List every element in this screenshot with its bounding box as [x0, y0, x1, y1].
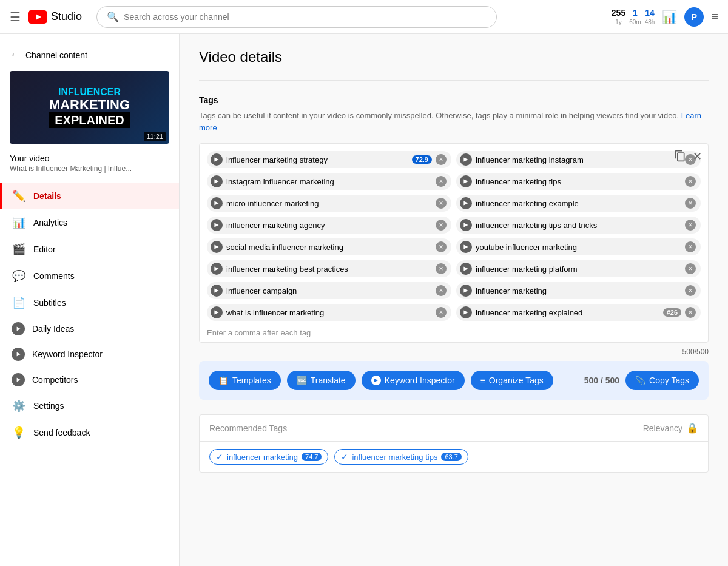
search-bar[interactable]: 🔍	[96, 6, 497, 28]
sidebar-item-details[interactable]: ✏️ Details	[0, 183, 179, 209]
tag-text: influencer marketing tips	[476, 177, 681, 186]
svg-marker-20	[463, 310, 468, 314]
sidebar-item-editor[interactable]: 🎬 Editor	[0, 236, 179, 263]
channel-content-label: Channel content	[25, 50, 87, 60]
tag-remove-button[interactable]: ×	[436, 307, 447, 318]
tag-play-icon	[211, 306, 223, 318]
tag-remove-button[interactable]: ×	[436, 241, 447, 252]
your-video-title: What is Influencer Marketing | Influe...	[0, 164, 179, 183]
thumb-image: INFLUENCER MARKETING EXPLAINED 11:21	[10, 71, 169, 144]
tag-text: what is influencer marketing	[226, 308, 432, 317]
daily-ideas-label: Daily Ideas	[32, 324, 169, 334]
tag-text: influencer marketing agency	[226, 221, 432, 230]
rec-tag-1-score: 74.7	[302, 453, 322, 461]
avatar[interactable]: P	[684, 7, 704, 27]
sidebar-item-daily-ideas[interactable]: Daily Ideas	[0, 316, 179, 342]
logo-text: Studio	[51, 10, 82, 23]
thumb-line2: MARKETING	[49, 98, 130, 112]
tag-remove-button[interactable]: ×	[436, 263, 447, 274]
rec-tag-1[interactable]: ✓ influencer marketing 74.7	[209, 449, 328, 465]
tag-item-8: social media influencer marketing×	[207, 238, 451, 255]
copy-tags-button[interactable]: 📎 Copy Tags	[625, 371, 699, 390]
tag-remove-button[interactable]: ×	[436, 285, 447, 296]
subtitles-icon: 📄	[12, 295, 26, 310]
svg-marker-9	[214, 201, 218, 205]
svg-marker-3	[17, 352, 21, 356]
analytics-icon: 📊	[12, 215, 26, 230]
search-input[interactable]	[124, 12, 487, 22]
hamburger-menu[interactable]: ☰	[10, 10, 21, 24]
logo: Studio	[28, 10, 82, 24]
tag-remove-button[interactable]: ×	[436, 220, 447, 231]
tag-item-7: influencer marketing tips and tricks×	[456, 217, 701, 234]
svg-marker-18	[463, 288, 468, 292]
comments-label: Comments	[33, 271, 169, 281]
tag-play-icon	[460, 241, 472, 253]
stats-group: 255 1y 1 60m 14 48h	[612, 7, 655, 26]
tag-remove-button[interactable]: ×	[685, 307, 696, 318]
tag-text: youtube influencer marketing	[476, 243, 681, 252]
editor-icon: 🎬	[12, 242, 26, 257]
tag-play-icon	[460, 197, 472, 209]
stat-live-sub: 60m	[629, 18, 641, 26]
bar-chart-icon[interactable]: 📊	[662, 10, 677, 24]
stat-videos-sub: 1y	[615, 18, 622, 26]
thumb-duration: 11:21	[144, 132, 166, 141]
clear-tags-icon[interactable]: ✕	[693, 150, 702, 163]
svg-marker-15	[214, 266, 218, 271]
stat-recent-sub: 48h	[645, 18, 655, 26]
tag-item-2: instagram influencer marketing×	[207, 173, 451, 190]
tag-remove-button[interactable]: ×	[685, 285, 696, 296]
tag-remove-button[interactable]: ×	[685, 241, 696, 252]
organize-tags-label: Organize Tags	[489, 376, 544, 385]
tag-remove-button[interactable]: ×	[436, 176, 447, 187]
organize-tags-button[interactable]: ≡ Organize Tags	[471, 371, 553, 390]
details-icon: ✏️	[12, 189, 26, 203]
svg-marker-16	[463, 266, 468, 271]
sidebar-item-keyword-inspector[interactable]: Keyword Inspector	[0, 342, 179, 367]
tag-play-icon	[211, 153, 223, 166]
tag-remove-button[interactable]: ×	[436, 154, 447, 165]
templates-icon: 📋	[218, 376, 229, 385]
tag-remove-button[interactable]: ×	[685, 263, 696, 274]
sidebar-item-subtitles[interactable]: 📄 Subtitles	[0, 289, 179, 316]
stat-live-num: 1	[633, 7, 638, 18]
templates-button[interactable]: 📋 Templates	[209, 371, 281, 390]
char-count: 500/500	[682, 348, 709, 356]
sidebar-item-competitors[interactable]: Competitors	[0, 367, 179, 392]
relevancy-label: Relevancy 🔒	[643, 422, 698, 434]
tag-text: instagram influencer marketing	[226, 177, 432, 186]
menu-icon[interactable]: ≡	[711, 10, 718, 24]
rec-tags-row: ✓ influencer marketing 74.7 ✓ influencer…	[200, 442, 708, 472]
tag-play-icon	[460, 153, 472, 166]
tag-item-13: influencer marketing×	[456, 282, 701, 299]
sidebar-item-comments[interactable]: 💬 Comments	[0, 263, 179, 289]
tag-item-6: influencer marketing agency×	[207, 217, 451, 234]
tag-text: influencer marketing	[476, 286, 681, 295]
check-icon-2: ✓	[341, 452, 348, 462]
sidebar-item-send-feedback[interactable]: 💡 Send feedback	[0, 419, 179, 446]
tags-footer: 500/500	[199, 345, 709, 361]
subtitles-label: Subtitles	[33, 298, 169, 308]
translate-button[interactable]: 🔤 Translate	[287, 371, 356, 390]
sidebar-back-button[interactable]: ← Channel content	[0, 44, 179, 71]
rec-tag-1-text: influencer marketing	[227, 453, 298, 462]
svg-marker-2	[17, 326, 21, 331]
tag-item-15: influencer marketing explained#26×	[456, 304, 701, 321]
stat-recent: 14 48h	[645, 7, 655, 26]
tag-remove-button[interactable]: ×	[685, 198, 696, 209]
tag-remove-button[interactable]: ×	[436, 198, 447, 209]
youtube-icon	[28, 10, 47, 24]
tag-remove-button[interactable]: ×	[685, 176, 696, 187]
keyword-inspector-button[interactable]: Keyword Inspector	[362, 371, 465, 390]
keyword-inspector-label: Keyword Inspector	[32, 349, 169, 359]
copy-tags-icon[interactable]	[674, 150, 686, 165]
sidebar-item-settings[interactable]: ⚙️ Settings	[0, 392, 179, 419]
keyword-inspector-icon	[12, 348, 25, 361]
rec-tag-2[interactable]: ✓ influencer marketing tips 63.7	[334, 449, 468, 465]
keyword-inspector-btn-label: Keyword Inspector	[385, 376, 455, 385]
sidebar-item-analytics[interactable]: 📊 Analytics	[0, 209, 179, 236]
tag-remove-button[interactable]: ×	[685, 220, 696, 231]
translate-label: Translate	[311, 376, 346, 385]
svg-marker-21	[374, 379, 378, 382]
